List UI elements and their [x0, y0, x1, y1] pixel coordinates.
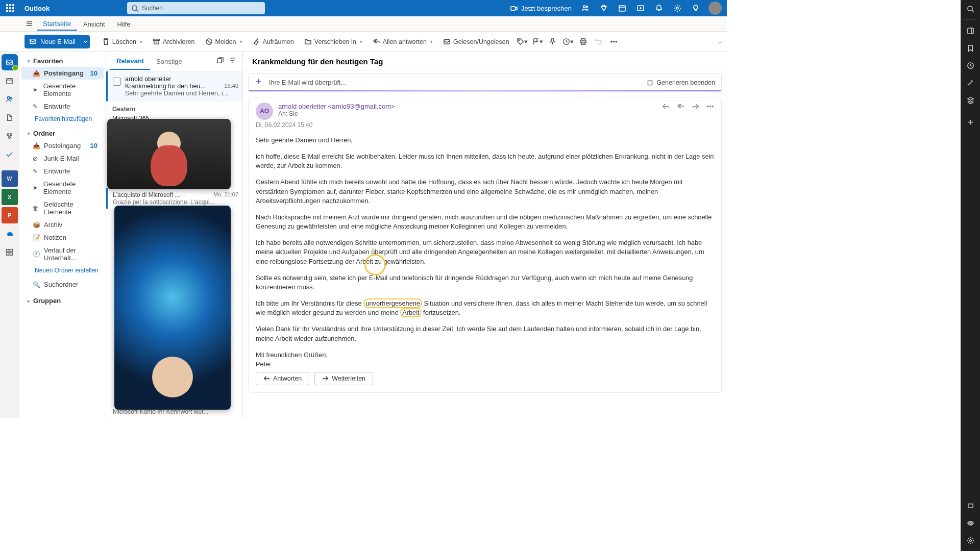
- svg-point-44: [967, 6, 972, 10]
- reply-button[interactable]: Antworten: [256, 372, 309, 385]
- more-icon[interactable]: [606, 38, 622, 45]
- svg-point-15: [676, 7, 678, 9]
- win-wand-icon[interactable]: [961, 74, 980, 91]
- stop-generating-button[interactable]: Generieren beenden: [647, 79, 715, 86]
- folder-drafts-2[interactable]: ✎Entwürfe: [21, 165, 104, 178]
- print-icon[interactable]: [576, 38, 591, 45]
- meet-now-button[interactable]: Jetzt besprechen: [506, 5, 576, 12]
- svg-point-48: [969, 522, 971, 524]
- select-all-icon[interactable]: [214, 57, 226, 66]
- tab-help[interactable]: Hilfe: [111, 17, 137, 30]
- rail-powerpoint-icon[interactable]: P: [2, 207, 18, 223]
- tab-home[interactable]: Startseite: [37, 17, 77, 31]
- folder-inbox[interactable]: 📥Posteingang10: [21, 67, 104, 80]
- pin-icon[interactable]: [545, 38, 560, 45]
- svg-point-5: [13, 8, 14, 9]
- tips-icon[interactable]: [687, 0, 704, 16]
- win-bookmark-icon[interactable]: [961, 39, 980, 57]
- forward-icon[interactable]: [692, 103, 699, 112]
- message-checkbox[interactable]: [113, 78, 121, 86]
- message-item[interactable]: arnold oberleiter Krankmeldung für den h…: [106, 71, 242, 102]
- folder-deleted[interactable]: 🗑Gelöschte Elemente: [21, 198, 104, 218]
- tag-icon[interactable]: ▾: [514, 38, 530, 45]
- win-gear-icon[interactable]: [961, 532, 980, 549]
- folder-sent[interactable]: ➤Gesendete Elemente: [21, 80, 104, 100]
- svg-rect-17: [154, 39, 159, 41]
- forward-button[interactable]: Weiterleiten: [314, 372, 373, 385]
- svg-point-8: [13, 11, 14, 12]
- move-to-button[interactable]: Verschieben in▾: [299, 35, 368, 48]
- new-tab-icon[interactable]: [632, 0, 649, 16]
- report-button[interactable]: Melden▾: [200, 35, 248, 48]
- rail-groups-icon[interactable]: [2, 128, 18, 144]
- tab-other[interactable]: Sonstige: [150, 53, 188, 69]
- rail-people-icon[interactable]: [2, 91, 18, 107]
- svg-point-33: [10, 133, 12, 135]
- folder-archive[interactable]: 📦Archiv: [21, 218, 104, 231]
- tab-view[interactable]: Ansicht: [77, 17, 111, 30]
- delete-button[interactable]: Löschen▾: [97, 35, 148, 48]
- archive-button[interactable]: Archivieren: [148, 35, 200, 48]
- svg-point-20: [518, 40, 519, 41]
- reply-all-icon[interactable]: [677, 103, 684, 112]
- rail-calendar-icon[interactable]: [2, 72, 18, 89]
- folder-notes[interactable]: 📝Notizen: [21, 231, 104, 244]
- svg-point-4: [10, 8, 11, 9]
- filter-icon[interactable]: [226, 57, 238, 66]
- new-mail-button[interactable]: Neue E-Mail: [24, 35, 81, 48]
- rail-word-icon[interactable]: W: [2, 170, 18, 187]
- win-panel-icon[interactable]: [961, 22, 980, 39]
- folder-search[interactable]: 🔍Suchordner: [21, 278, 104, 291]
- svg-rect-39: [217, 59, 221, 63]
- rail-files-icon[interactable]: [2, 109, 18, 126]
- svg-rect-29: [7, 78, 12, 83]
- win-plus-icon[interactable]: [961, 113, 980, 131]
- rail-todo-icon[interactable]: [2, 146, 18, 162]
- svg-point-0: [7, 5, 8, 6]
- favorites-section[interactable]: ▾Favoriten: [19, 54, 106, 67]
- win-layers-icon[interactable]: [961, 91, 980, 109]
- folder-inbox-2[interactable]: 📥Posteingang10: [21, 139, 104, 152]
- svg-point-31: [10, 97, 12, 99]
- add-favorite-link[interactable]: Favoriten hinzufügen: [19, 113, 106, 127]
- search-input[interactable]: Suchen: [127, 2, 265, 14]
- sweep-button[interactable]: Aufräumen: [248, 35, 299, 48]
- teams-icon[interactable]: [577, 0, 594, 16]
- folders-section[interactable]: ▾Ordner: [19, 127, 106, 139]
- folder-drafts[interactable]: ✎Entwürfe: [21, 100, 104, 113]
- rail-onedrive-icon[interactable]: [2, 226, 18, 242]
- flag-icon[interactable]: ▾: [530, 38, 545, 45]
- account-avatar[interactable]: [708, 2, 722, 15]
- settings-icon[interactable]: [669, 0, 686, 16]
- svg-rect-36: [10, 249, 12, 252]
- folder-junk[interactable]: ⊘Junk-E-Mail: [21, 152, 104, 165]
- groups-section[interactable]: ▸Gruppen: [19, 294, 106, 307]
- svg-rect-45: [967, 28, 973, 33]
- rail-mail-icon[interactable]: [2, 54, 18, 70]
- svg-rect-13: [619, 6, 625, 11]
- hamburger-icon[interactable]: [21, 18, 37, 30]
- folder-history[interactable]: 🕘Verlauf der Unterhalt...: [21, 244, 104, 264]
- app-launcher-icon[interactable]: [2, 0, 18, 16]
- rail-more-apps-icon[interactable]: [2, 244, 18, 260]
- win-eye-icon[interactable]: [961, 514, 980, 532]
- diamond-icon[interactable]: [595, 0, 612, 16]
- folder-sent-2[interactable]: ➤Gesendete Elemente: [21, 178, 104, 198]
- calendar-day-icon[interactable]: [614, 0, 631, 16]
- more-actions-icon[interactable]: [706, 103, 714, 112]
- new-mail-dropdown[interactable]: [81, 35, 90, 48]
- reply-icon[interactable]: [662, 103, 670, 112]
- win-rect-icon[interactable]: [961, 497, 980, 514]
- win-search-icon[interactable]: [961, 0, 980, 17]
- undo-icon[interactable]: [591, 38, 606, 45]
- snooze-icon[interactable]: ▾: [560, 38, 576, 45]
- rail-excel-icon[interactable]: X: [2, 189, 18, 205]
- tab-focused[interactable]: Relevant: [110, 53, 150, 70]
- collapse-ribbon-icon[interactable]: ⌄: [715, 39, 724, 44]
- reply-all-button[interactable]: Allen antworten▾: [368, 35, 438, 48]
- read-unread-button[interactable]: Gelesen/Ungelesen: [438, 35, 514, 48]
- notifications-icon[interactable]: [650, 0, 668, 16]
- win-clock-icon[interactable]: [961, 57, 980, 74]
- new-folder-link[interactable]: Neuen Ordner erstellen: [19, 264, 106, 278]
- svg-point-27: [616, 41, 617, 42]
